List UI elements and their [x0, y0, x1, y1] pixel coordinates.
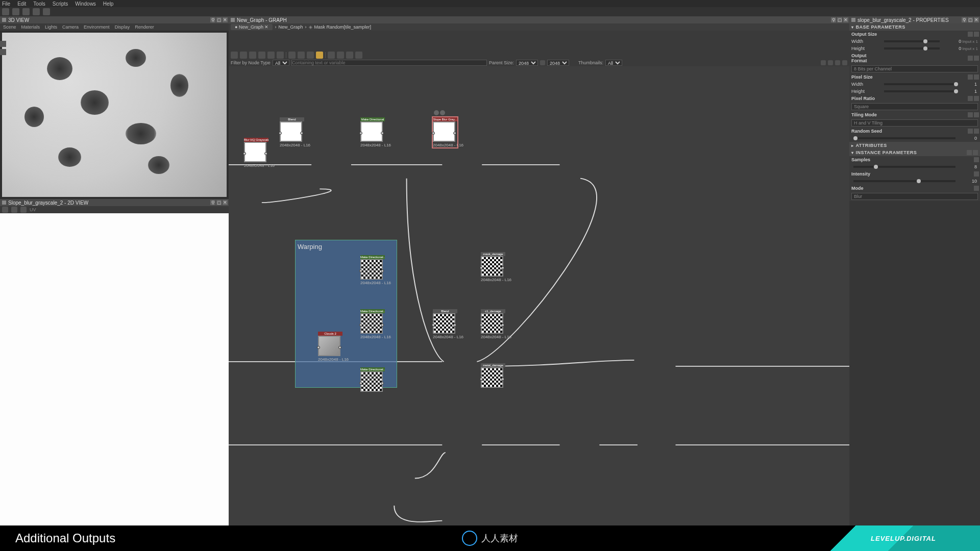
reset-icon[interactable]: [968, 112, 973, 117]
share-icon[interactable]: [298, 52, 305, 59]
3d-viewport[interactable]: [2, 33, 227, 197]
menu-edit[interactable]: Edit: [17, 1, 26, 7]
ps-height-slider[interactable]: [884, 90, 955, 92]
close-icon[interactable]: ✕: [223, 200, 228, 205]
menu-scripts[interactable]: Scripts: [53, 1, 68, 7]
reset-icon[interactable]: [968, 96, 973, 101]
palette-icon[interactable]: [316, 52, 323, 59]
paste-icon[interactable]: [973, 150, 978, 155]
node-blur-hq[interactable]: Blur HQ Grayscale 2048x2048 - L16: [244, 138, 268, 168]
settings-icon[interactable]: [842, 60, 847, 65]
copy-icon[interactable]: [11, 207, 17, 213]
camera-tool-icon[interactable]: [0, 41, 6, 47]
parent-size-2-select[interactable]: 2048: [547, 60, 569, 66]
sub-environment[interactable]: Environment: [84, 24, 110, 30]
node-make-dir-1[interactable]: Make Directional 2048x2048 - L16: [360, 117, 385, 147]
close-icon[interactable]: ✕: [974, 17, 979, 22]
width-slider[interactable]: [884, 40, 940, 42]
node-slope-blur[interactable]: Slope Blur Gray... 2048x2048 - L16: [433, 117, 457, 147]
seed-slider[interactable]: [853, 137, 955, 139]
undo-icon[interactable]: [33, 8, 40, 15]
menu-icon[interactable]: [974, 112, 979, 117]
thumb-select[interactable]: All: [605, 60, 622, 66]
restore-icon[interactable]: ▢: [216, 200, 222, 205]
mode-select[interactable]: [851, 193, 978, 200]
target-icon[interactable]: [440, 110, 445, 115]
pin-icon[interactable]: ⚲: [210, 17, 215, 22]
parent-size-select[interactable]: 2048: [516, 60, 538, 66]
frame-icon[interactable]: [288, 52, 296, 59]
open-file-icon[interactable]: [12, 8, 19, 15]
node-mask-damage[interactable]: mask_damage 2048x2048 - L16: [481, 252, 505, 282]
menu-icon[interactable]: [974, 74, 979, 80]
2d-viewport[interactable]: 2048 x 2048 (Grayscale, 16bpc): [0, 213, 229, 544]
clock-icon[interactable]: [307, 52, 314, 59]
pin-icon[interactable]: ⚲: [962, 17, 967, 22]
close-icon[interactable]: ✕: [223, 17, 228, 22]
sub-camera[interactable]: Camera: [62, 24, 79, 30]
sub-renderer[interactable]: Renderer: [135, 24, 154, 30]
node-make-dir-2[interactable]: Make Directional... 2048x2048 - L16: [360, 255, 385, 285]
crumb-b[interactable]: Mask Random[tile_sampler]: [314, 24, 372, 30]
light-tool-icon[interactable]: [0, 49, 6, 55]
node-clouds[interactable]: Clouds 2 2048x2048 - L16: [318, 332, 342, 362]
ratio-select[interactable]: [851, 103, 978, 110]
zoom-1-icon[interactable]: [277, 52, 284, 59]
graph-canvas[interactable]: Warping Blur HQ Grayscale 2048x2048 - L1…: [229, 66, 849, 551]
anchor-icon[interactable]: [328, 52, 335, 59]
node-blend-2[interactable]: Blend 2048x2048 - L16: [433, 309, 457, 339]
ps-width-slider[interactable]: [884, 83, 955, 85]
node-c1-damage[interactable]: c1_damage 2048x2048 - L16: [481, 309, 505, 339]
tiling-select[interactable]: [851, 119, 978, 127]
node-icon[interactable]: [231, 52, 238, 59]
menu-icon[interactable]: [974, 157, 979, 162]
node-metal-damage[interactable]: metal_damage: [481, 363, 505, 388]
sub-lights[interactable]: Lights: [45, 24, 57, 30]
height-slider[interactable]: [884, 47, 940, 49]
menu-icon[interactable]: [974, 96, 979, 101]
sub-scene[interactable]: Scene: [3, 24, 16, 30]
copy-icon[interactable]: [967, 150, 972, 155]
pin-icon[interactable]: ⚲: [210, 200, 215, 205]
reset-icon[interactable]: [968, 56, 973, 61]
close-icon[interactable]: ✕: [843, 17, 848, 22]
info-icon[interactable]: [20, 207, 27, 213]
section-base-parameters[interactable]: ▾BASE PARAMETERS: [849, 23, 980, 31]
crumb-a[interactable]: New_Graph: [278, 24, 303, 30]
menu-icon[interactable]: [974, 56, 979, 61]
filter-text-input[interactable]: [291, 60, 487, 66]
menu-tools[interactable]: Tools: [33, 1, 45, 7]
format-select[interactable]: [851, 65, 978, 72]
camera-icon[interactable]: [258, 52, 265, 59]
reset-icon[interactable]: [968, 32, 973, 37]
reset-icon[interactable]: [968, 129, 973, 134]
zoom-fit-icon[interactable]: [267, 52, 275, 59]
reset-icon[interactable]: [968, 74, 973, 80]
node-blend-1[interactable]: Blend 2048x2048 - L16: [280, 117, 304, 147]
node-make-dir-4[interactable]: Make Directional...: [360, 367, 385, 392]
align-icon[interactable]: [337, 52, 344, 59]
graph-tab[interactable]: ● New_Graph ✕: [231, 24, 273, 30]
menu-help[interactable]: Help: [103, 1, 114, 7]
view2-icon[interactable]: [828, 60, 833, 65]
pin-icon[interactable]: ⚲: [831, 17, 836, 22]
node-make-dir-3[interactable]: Make Directional... 2048x2048 - L16: [360, 309, 385, 339]
menu-icon[interactable]: [974, 129, 979, 134]
crop-icon[interactable]: [346, 52, 353, 59]
eye-icon[interactable]: [434, 110, 439, 115]
view1-icon[interactable]: [821, 60, 826, 65]
menu-icon[interactable]: [974, 32, 979, 37]
restore-icon[interactable]: ▢: [837, 17, 842, 22]
info-toggle-icon[interactable]: [835, 60, 840, 65]
menu-file[interactable]: File: [2, 1, 10, 7]
section-instance-parameters[interactable]: ▾INSTANCE PARAMETERS: [849, 149, 980, 156]
link-size-icon[interactable]: [540, 60, 545, 65]
sub-materials[interactable]: Materials: [21, 24, 40, 30]
section-attributes[interactable]: ▸ATTRIBUTES: [849, 142, 980, 149]
filter-type-select[interactable]: All: [273, 60, 289, 66]
new-file-icon[interactable]: [2, 8, 9, 15]
restore-icon[interactable]: ▢: [216, 17, 222, 22]
save-image-icon[interactable]: [2, 207, 8, 213]
save-icon[interactable]: [22, 8, 30, 15]
link-icon[interactable]: [249, 52, 256, 59]
